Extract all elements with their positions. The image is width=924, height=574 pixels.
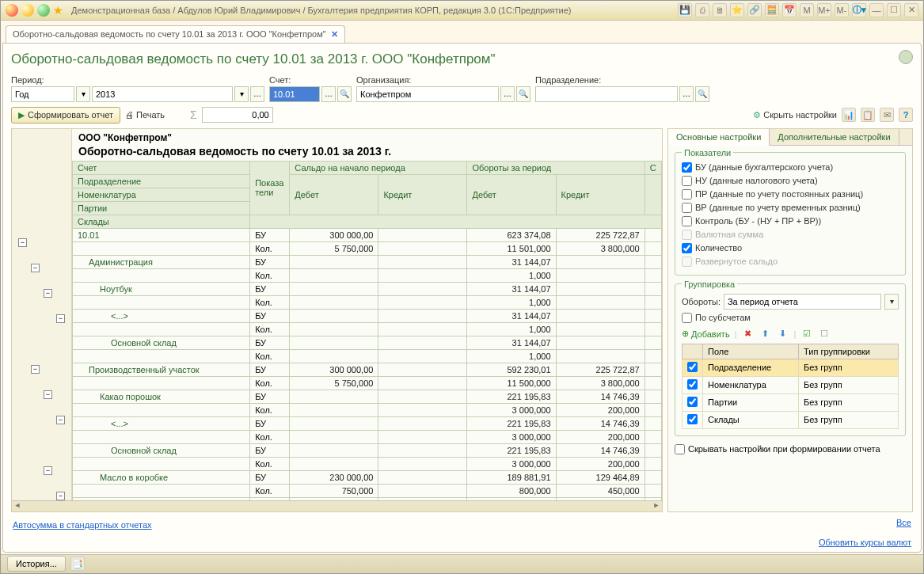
maximize-window-icon[interactable] [37, 4, 50, 17]
minimize-window-icon[interactable] [21, 4, 34, 17]
table-row[interactable]: Кол.750,000800,000450,000 [73, 484, 662, 497]
check-hide-settings[interactable]: Скрывать настройки при формировании отче… [675, 444, 906, 454]
calendar-icon[interactable]: 📅 [782, 3, 797, 17]
scroll-left-icon[interactable]: ◄ [12, 501, 23, 511]
account-input[interactable] [269, 86, 320, 102]
account-picker-icon[interactable]: … [321, 86, 336, 102]
run-report-button[interactable]: ▶ Сформировать отчет [11, 107, 120, 124]
tree-toggle[interactable]: − [56, 492, 65, 500]
fav2-icon[interactable]: ⭐ [730, 3, 744, 17]
save-icon[interactable]: 💾 [678, 3, 692, 17]
check-nu[interactable]: НУ (данные налогового учета) [682, 174, 899, 188]
hide-settings-button[interactable]: ⚙ Скрыть настройки [753, 110, 837, 120]
move-up-icon[interactable]: ⬆ [759, 328, 771, 340]
table-row[interactable]: Кол.1,000 [73, 349, 662, 363]
tree-toggle[interactable]: − [56, 416, 65, 424]
help-icon[interactable]: ? [899, 108, 913, 122]
close-window-icon[interactable] [6, 4, 18, 17]
tree-toggle[interactable]: − [44, 289, 52, 298]
favorite-icon[interactable]: ★ [53, 4, 63, 17]
year-dropdown-icon[interactable]: ▾ [234, 86, 249, 102]
m-plus-icon[interactable]: M+ [817, 3, 831, 17]
check-ctrl[interactable]: Контроль (БУ - (НУ + ПР + ВР)) [682, 215, 899, 228]
report-body[interactable]: ООО "Конфетпром" Оборотно-сальдовая ведо… [72, 129, 662, 511]
year-input[interactable] [92, 86, 233, 102]
org-search-icon[interactable]: 🔍 [516, 86, 530, 102]
delete-icon[interactable]: ✖ [741, 328, 754, 340]
tool1-icon[interactable]: 📊 [842, 108, 856, 122]
org-input[interactable] [356, 86, 499, 102]
table-row[interactable]: Кол.1,000 [73, 268, 662, 282]
sum-display[interactable] [202, 107, 273, 123]
table-row[interactable]: 10.01БУ300 000,00623 374,08225 722,87 [73, 228, 662, 241]
document-tab[interactable]: Оборотно-сальдовая ведомость по счету 10… [6, 25, 345, 43]
grouping-row[interactable]: ПартииБез групп [683, 393, 899, 411]
tree-toggle[interactable]: − [44, 390, 52, 399]
history-button[interactable]: История... [7, 556, 66, 572]
table-row[interactable]: Кол.3 000,000200,000 [73, 403, 662, 416]
check-vr[interactable]: ВР (данные по учету временных разниц) [682, 201, 899, 215]
dept-search-icon[interactable]: 🔍 [695, 86, 709, 102]
statusbar-icon[interactable]: 📑 [70, 557, 85, 571]
sigma-icon[interactable]: Σ [190, 108, 197, 121]
print-button[interactable]: 🖨 Печать [125, 110, 165, 120]
dept-input[interactable] [535, 86, 678, 102]
link-icon[interactable]: 🔗 [747, 3, 762, 17]
m-icon[interactable]: M [800, 3, 814, 17]
m-minus-icon[interactable]: M- [835, 3, 849, 17]
close-icon[interactable]: ✕ [904, 3, 918, 17]
turnover-select[interactable] [724, 294, 881, 310]
table-row[interactable]: АдминистрацияБУ31 144,07 [73, 255, 662, 268]
check-qty[interactable]: Количество [682, 241, 899, 255]
turnover-dropdown-icon[interactable]: ▾ [884, 294, 899, 310]
table-row[interactable]: Кол.5 750,00011 500,0003 800,000 [73, 376, 662, 390]
table-row[interactable]: Основной складБУ221 195,8314 746,39 [73, 443, 662, 457]
tree-toggle[interactable]: − [18, 238, 27, 247]
tool2-icon[interactable]: 📋 [861, 108, 875, 122]
tab-close-icon[interactable]: ✕ [331, 29, 338, 40]
year-picker-icon[interactable]: … [250, 86, 264, 102]
scroll-right-icon[interactable]: ► [651, 501, 662, 511]
table-row[interactable]: Основной складБУ31 144,07 [73, 336, 662, 349]
check-pr[interactable]: ПР (данные по учету постоянных разниц) [682, 188, 899, 201]
tree-toggle[interactable]: − [56, 314, 65, 323]
tool3-icon[interactable]: ✉ [880, 108, 894, 122]
max-icon[interactable]: ☐ [887, 3, 901, 17]
update-rates-link[interactable]: Обновить курсы валют [819, 538, 911, 547]
table-row[interactable]: <...>БУ31 144,07 [73, 309, 662, 322]
tab-main-settings[interactable]: Основные настройки [668, 129, 770, 146]
check-subaccounts[interactable]: По субсчетам [682, 311, 899, 325]
table-row[interactable]: НоутбукБУ31 144,07 [73, 282, 662, 295]
doc-icon[interactable]: 🗎 [713, 3, 727, 17]
table-row[interactable]: Кол.3 000,000200,000 [73, 430, 662, 443]
table-row[interactable]: Кол.5 750,00011 501,0003 800,000 [73, 241, 662, 255]
table-row[interactable]: Какао порошокБУ221 195,8314 746,39 [73, 390, 662, 403]
min-icon[interactable]: — [869, 3, 884, 17]
check-bu[interactable]: БУ (данные бухгалтерского учета) [682, 161, 899, 174]
period-select[interactable] [11, 86, 74, 102]
grouping-row[interactable]: ПодразделениеБез групп [683, 359, 899, 376]
tab-extra-settings[interactable]: Дополнительные настройки [770, 129, 899, 145]
grouping-row[interactable]: СкладыБез групп [683, 411, 899, 428]
period-dropdown-icon[interactable]: ▾ [76, 86, 90, 102]
account-search-icon[interactable]: 🔍 [337, 86, 352, 102]
tree-toggle[interactable]: − [31, 264, 40, 272]
grouping-row[interactable]: НоменклатураБез групп [683, 376, 899, 393]
move-down-icon[interactable]: ⬇ [776, 328, 789, 340]
table-row[interactable]: Кол.3 000,000200,000 [73, 457, 662, 470]
info-icon[interactable]: ⓘ▾ [852, 3, 866, 17]
table-row[interactable]: Кол.1,000 [73, 295, 662, 309]
autosum-link[interactable]: Автосумма в стандартных отчетах [13, 520, 152, 530]
org-picker-icon[interactable]: … [500, 86, 515, 102]
h-scrollbar[interactable]: ◄ ► [12, 500, 662, 511]
dept-picker-icon[interactable]: … [679, 86, 694, 102]
uncheck-all-icon[interactable]: ☐ [818, 328, 831, 340]
save-floppy-icon[interactable] [899, 50, 913, 64]
calc-icon[interactable]: 🧮 [765, 3, 779, 17]
tree-toggle[interactable]: − [44, 466, 52, 475]
table-row[interactable]: Масло в коробкеБУ230 000,00189 881,91129… [73, 470, 662, 484]
table-row[interactable]: <...>БУ221 195,8314 746,39 [73, 416, 662, 430]
check-all-icon[interactable]: ☑ [800, 328, 813, 340]
tree-toggle[interactable]: − [31, 365, 40, 374]
all-link[interactable]: Все [896, 518, 911, 527]
